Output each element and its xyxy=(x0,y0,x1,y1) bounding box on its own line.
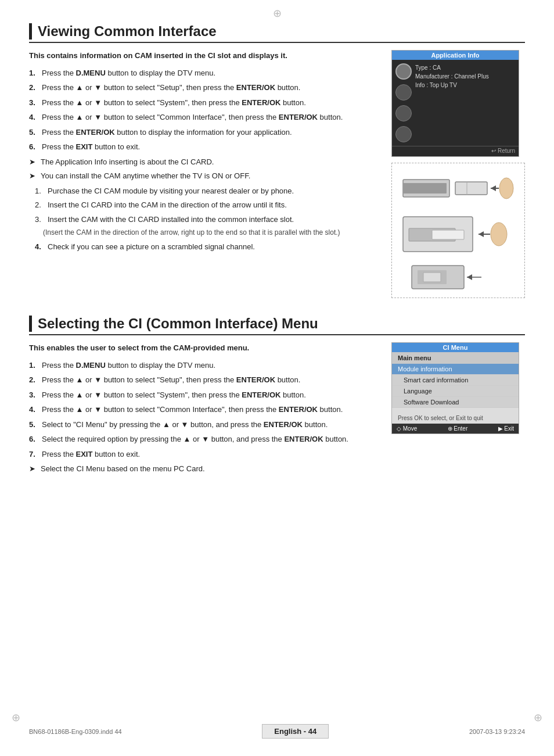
diagram-svg-3 xyxy=(400,261,516,293)
sub-step-1: 1. Purchase the CI CAM module by visitin… xyxy=(29,185,380,197)
crosshair-bottom-left: ⊕ xyxy=(12,711,20,724)
svg-rect-2 xyxy=(455,182,487,195)
step-1-2: 2. Press the ▲ or ▼ button to select "Se… xyxy=(29,82,380,94)
step-1-1: 1. Press the D.MENU button to display th… xyxy=(29,67,380,79)
ci-menu-main-label: Main menu xyxy=(392,352,519,364)
section1-right: Application Info Type : CA Manufacturer … xyxy=(391,50,525,298)
note-2-1: ➤ Select the CI Menu based on the menu P… xyxy=(29,463,380,475)
ci-menu-item-language: Language xyxy=(392,386,519,397)
footer-left: BN68-01186B-Eng-0309.indd 44 xyxy=(29,728,122,735)
svg-marker-5 xyxy=(491,185,496,191)
svg-rect-1 xyxy=(403,183,447,194)
ci-menu-item-module: Module information xyxy=(392,364,519,375)
step-2-7: 7. Press the EXIT button to exit. xyxy=(29,449,380,460)
svg-rect-15 xyxy=(423,273,441,282)
diagram-svg-1 xyxy=(400,168,516,207)
crosshair-bottom-right: ⊕ xyxy=(534,711,542,724)
ci-footer-exit: ▶ Exit xyxy=(498,425,514,432)
app-icon-4 xyxy=(395,126,412,142)
diagram-svg-2 xyxy=(400,211,516,257)
svg-point-6 xyxy=(499,178,513,199)
section2-steps: 1. Press the D.MENU button to display th… xyxy=(29,360,380,460)
ci-footer-move: ◇ Move xyxy=(397,425,417,432)
app-icon-2 xyxy=(395,84,412,101)
svg-point-12 xyxy=(491,223,507,246)
page-footer: BN68-01186B-Eng-0309.indd 44 English - 4… xyxy=(0,724,554,739)
section2-content: This enables the user to select from the… xyxy=(29,342,525,478)
step-2-5: 5. Select to "CI Menu" by pressing the ▲… xyxy=(29,419,380,431)
app-manufacturer: Manufacturer : Channel Plus xyxy=(415,72,515,81)
sub-step-3-note: (Insert the CAM in the direction of the … xyxy=(29,228,380,238)
section1-content: This contains information on CAM inserte… xyxy=(29,50,525,298)
svg-marker-11 xyxy=(479,231,484,237)
app-info-icons xyxy=(395,63,412,142)
step-2-4: 4. Press the ▲ or ▼ button to select "Co… xyxy=(29,404,380,415)
ci-menu-footer: ◇ Move ⊕ Enter ▶ Exit xyxy=(392,424,519,433)
ci-menu-press-text: Press OK to select, or Exit to quit xyxy=(392,413,519,424)
section1-notes: ➤ The Application Info inserting is abou… xyxy=(29,156,380,182)
ci-menu-item-smartcard: Smart card information xyxy=(392,375,519,386)
section2-left: This enables the user to select from the… xyxy=(29,342,380,478)
step-2-6: 6. Select the required option by pressin… xyxy=(29,433,380,445)
diagram-row-1 xyxy=(397,168,520,207)
step-1-6: 6. Press the EXIT button to exit. xyxy=(29,141,380,153)
diagram-row-3 xyxy=(397,261,520,293)
step-1-4: 4. Press the ▲ or ▼ button to select "Co… xyxy=(29,112,380,123)
app-icon-3 xyxy=(395,105,412,121)
section2-notes: ➤ Select the CI Menu based on the menu P… xyxy=(29,463,380,475)
section2-right: CI Menu Main menu Module information Sma… xyxy=(391,342,525,478)
section2-title: Selecting the CI (Common Interface) Menu xyxy=(38,316,318,332)
section1-title: Viewing Common Interface xyxy=(38,23,217,40)
diagram-row-2 xyxy=(397,211,520,257)
step-1-3: 3. Press the ▲ or ▼ button to select "Sy… xyxy=(29,97,380,109)
sub-step-2: 2. Insert the CI CARD into the CAM in th… xyxy=(29,199,380,211)
ci-menu-screenshot: CI Menu Main menu Module information Sma… xyxy=(391,342,519,434)
app-info-body: Type : CA Manufacturer : Channel Plus In… xyxy=(392,60,519,146)
note-2-1-text: Select the CI Menu based on the menu PC … xyxy=(41,463,205,475)
ci-menu-title: CI Menu xyxy=(392,343,519,352)
svg-rect-9 xyxy=(432,230,464,239)
section2-intro: This enables the user to select from the… xyxy=(29,342,380,354)
section1-steps: 1. Press the D.MENU button to display th… xyxy=(29,67,380,153)
step-2-2: 2. Press the ▲ or ▼ button to select "Se… xyxy=(29,374,380,386)
ci-diagrams xyxy=(391,163,525,298)
note-1-1: ➤ The Application Info inserting is abou… xyxy=(29,156,380,168)
footer-center: English - 44 xyxy=(262,724,329,739)
crosshair-top: ⊕ xyxy=(273,7,282,20)
section-ci-menu: Selecting the CI (Common Interface) Menu… xyxy=(29,316,525,478)
ci-menu-item-software: Software Download xyxy=(392,397,519,408)
app-type: Type : CA xyxy=(415,63,515,72)
app-info-text: Type : CA Manufacturer : Channel Plus In… xyxy=(415,63,515,142)
ci-footer-enter: ⊕ Enter xyxy=(448,425,468,432)
step-2-1: 1. Press the D.MENU button to display th… xyxy=(29,360,380,371)
app-icon-1 xyxy=(395,63,412,80)
section1-left: This contains information on CAM inserte… xyxy=(29,50,380,298)
section1-substeps: 1. Purchase the CI CAM module by visitin… xyxy=(29,185,380,225)
sub-step-4: 4. Check if you can see a picture on a s… xyxy=(29,241,380,253)
app-return-label: ↩ Return xyxy=(392,146,519,156)
section1-intro: This contains information on CAM inserte… xyxy=(29,50,380,62)
section1-header: Viewing Common Interface xyxy=(29,23,525,43)
app-info-value: Info : Top Up TV xyxy=(415,81,515,89)
section1-substep4: 4. Check if you can see a picture on a s… xyxy=(29,241,380,253)
sub-step-3: 3. Insert the CAM with the CI CARD insta… xyxy=(29,214,380,225)
app-info-title: Application Info xyxy=(392,51,519,60)
step-1-5: 5. Press the ENTER/OK button to display … xyxy=(29,127,380,138)
section2-header: Selecting the CI (Common Interface) Menu xyxy=(29,316,525,335)
step-2-3: 3. Press the ▲ or ▼ button to select "Sy… xyxy=(29,389,380,401)
app-info-screenshot: Application Info Type : CA Manufacturer … xyxy=(391,50,519,157)
ci-menu-spacer xyxy=(392,408,519,413)
page-container: ⊕ Viewing Common Interface This contains… xyxy=(0,0,554,756)
section2-bar xyxy=(29,316,32,332)
svg-marker-17 xyxy=(467,274,472,280)
section1-bar xyxy=(29,23,32,40)
note-1-2: ➤ You can install the CAM anytime whethe… xyxy=(29,170,380,182)
section-viewing-common-interface: Viewing Common Interface This contains i… xyxy=(29,23,525,298)
footer-right: 2007-03-13 9:23:24 xyxy=(469,728,525,735)
